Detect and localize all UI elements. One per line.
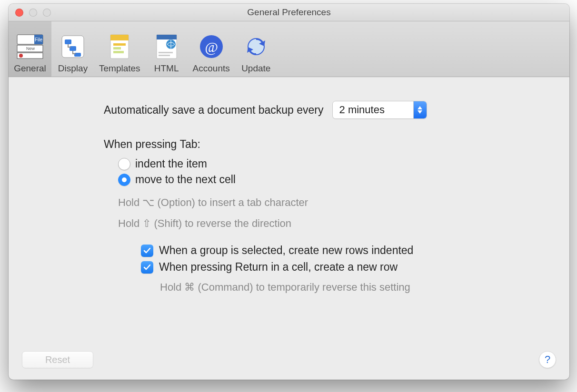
checkbox-return-newrow[interactable]: When pressing Return in a cell, create a… — [141, 261, 550, 274]
svg-rect-13 — [113, 43, 126, 46]
help-icon: ? — [545, 353, 550, 366]
tab-html[interactable]: HTML — [145, 21, 188, 77]
tab-templates[interactable]: Templates — [94, 21, 145, 77]
tab-label: General — [14, 63, 46, 74]
templates-icon — [106, 33, 133, 60]
general-pane: Automatically save a document backup eve… — [9, 77, 569, 303]
checkbox-checked-icon — [141, 245, 153, 257]
backup-interval-value: 2 minutes — [333, 104, 413, 116]
tab-label: Update — [241, 63, 270, 74]
radio-indent-item[interactable]: indent the item — [118, 157, 550, 170]
tab-behavior-heading: When pressing Tab: — [104, 138, 550, 151]
svg-rect-15 — [113, 51, 124, 53]
svg-point-6 — [19, 54, 23, 58]
general-icon: File New — [16, 33, 44, 60]
checkbox-group-indent[interactable]: When a group is selected, create new row… — [141, 244, 550, 257]
footer: Reset ? — [9, 340, 569, 380]
update-icon — [242, 33, 270, 60]
svg-rect-19 — [159, 52, 173, 53]
help-button[interactable]: ? — [539, 351, 556, 368]
svg-rect-12 — [110, 35, 129, 40]
display-icon — [59, 33, 87, 60]
checkbox-label: When pressing Return in a cell, create a… — [159, 261, 398, 274]
radio-icon — [118, 174, 130, 186]
preferences-window: General Preferences File New General — [9, 4, 569, 380]
svg-rect-14 — [113, 47, 121, 49]
radio-label: indent the item — [135, 157, 207, 170]
tab-general[interactable]: File New General — [9, 21, 51, 77]
radio-move-next-cell[interactable]: move to the next cell — [118, 173, 550, 186]
backup-label: Automatically save a document backup eve… — [104, 104, 324, 117]
preferences-toolbar: File New General Dis — [9, 21, 569, 77]
hint-command-key: Hold ⌘ (Command) to temporarily reverse … — [160, 281, 550, 294]
html-icon — [153, 33, 180, 60]
tab-label: Accounts — [193, 63, 230, 74]
reset-button-label: Reset — [45, 354, 70, 365]
radio-icon — [118, 158, 130, 170]
select-stepper-icon — [413, 101, 427, 118]
tab-display[interactable]: Display — [51, 21, 94, 77]
tab-label: HTML — [154, 63, 179, 74]
svg-rect-20 — [159, 55, 170, 56]
checkbox-label: When a group is selected, create new row… — [159, 244, 413, 257]
radio-label: move to the next cell — [135, 173, 236, 186]
svg-rect-8 — [65, 39, 71, 44]
accounts-icon: @ — [198, 33, 225, 60]
hint-shift-key: Hold ⇧ (Shift) to reverse the direction — [118, 217, 550, 230]
titlebar: General Preferences — [9, 4, 569, 21]
backup-interval-select[interactable]: 2 minutes — [332, 101, 427, 119]
tab-label: Display — [58, 63, 88, 74]
tab-accounts[interactable]: @ Accounts — [188, 21, 235, 77]
checkbox-checked-icon — [141, 261, 153, 274]
svg-text:@: @ — [205, 39, 218, 55]
reset-button[interactable]: Reset — [22, 351, 93, 368]
hint-option-key: Hold ⌥ (Option) to insert a tab characte… — [118, 196, 550, 209]
tab-label: Templates — [99, 63, 140, 74]
svg-rect-17 — [157, 35, 177, 39]
svg-text:File: File — [35, 37, 43, 42]
window-title: General Preferences — [9, 7, 569, 18]
tab-update[interactable]: Update — [235, 21, 278, 77]
svg-text:New: New — [26, 46, 35, 51]
